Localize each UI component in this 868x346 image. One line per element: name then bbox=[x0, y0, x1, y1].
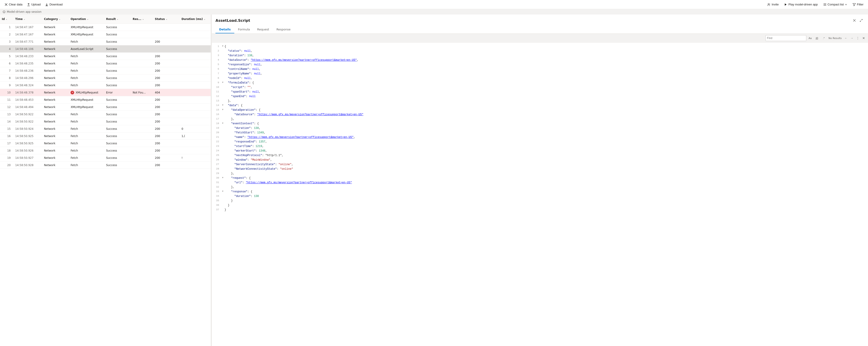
table-row[interactable]: 16 14:58:50.925 Network Fetch Success 20… bbox=[0, 133, 211, 140]
cell-time: 14:58:50.924 bbox=[13, 125, 42, 132]
cell-category: Network bbox=[42, 118, 69, 125]
cell-id: 7 bbox=[0, 67, 13, 74]
line-gutter[interactable]: ▼ bbox=[221, 176, 224, 180]
table-row[interactable]: 17 14:58:50.925 Network Fetch Success 20… bbox=[0, 140, 211, 147]
find-menu-button[interactable]: ⋮ bbox=[855, 36, 860, 40]
table-row[interactable]: 7 14:58:48.236 Network Fetch Success 200 bbox=[0, 67, 211, 75]
table-row[interactable]: 20 14:58:50.928 Network Fetch Success 20… bbox=[0, 162, 211, 169]
line-number: 6 bbox=[214, 67, 221, 71]
table-row[interactable]: 8 14:58:48.296 Network Fetch Success 200 bbox=[0, 75, 211, 82]
cell-category: Network bbox=[42, 67, 69, 74]
cell-time: 14:58:48.235 bbox=[13, 60, 42, 67]
sort-icon-res: ⌄ bbox=[142, 18, 144, 20]
detail-title: AssetLoad.Script bbox=[215, 18, 851, 23]
line-gutter[interactable]: ▼ bbox=[221, 122, 224, 125]
table-row[interactable]: 19 14:58:50.927 Network Fetch Success 20… bbox=[0, 154, 211, 162]
line-gutter[interactable]: ▼ bbox=[221, 190, 224, 193]
line-gutter[interactable]: ▼ bbox=[221, 45, 224, 48]
invite-button[interactable]: Invite bbox=[766, 2, 780, 7]
info-icon bbox=[3, 10, 5, 13]
line-number: 36 bbox=[214, 203, 221, 207]
table-row[interactable]: 5 14:58:48.233 Network Fetch Success 200 bbox=[0, 53, 211, 60]
cell-category: Network bbox=[42, 104, 69, 111]
svg-point-4 bbox=[768, 3, 769, 5]
line-number: 9 bbox=[214, 81, 221, 85]
cell-id: 8 bbox=[0, 75, 13, 82]
json-content: } bbox=[224, 199, 866, 203]
expand-button[interactable] bbox=[858, 17, 864, 24]
tab-request[interactable]: Request bbox=[254, 26, 273, 33]
column-header-status[interactable]: Status ⌄ bbox=[153, 15, 180, 23]
json-content: "fetchStart": 1349, bbox=[224, 131, 866, 135]
table-row[interactable]: 13 14:58:50.922 Network Fetch Success 20… bbox=[0, 111, 211, 118]
tab-formula[interactable]: Formula bbox=[234, 26, 254, 33]
match-case-button[interactable]: Aa bbox=[807, 35, 813, 41]
cell-id: 16 bbox=[0, 133, 13, 140]
expand-icon bbox=[860, 19, 863, 22]
table-row[interactable]: 10 14:58:48.378 Network ✕XMLHttpRequest … bbox=[0, 89, 211, 96]
column-header-category[interactable]: Category ⌄ bbox=[42, 15, 69, 23]
cell-duration bbox=[180, 24, 211, 31]
column-header-duration[interactable]: Duration (ms) ⌄ bbox=[180, 15, 211, 23]
cell-operation: Fetch bbox=[69, 118, 104, 125]
column-header-time[interactable]: Time ⌄ bbox=[13, 15, 42, 23]
json-line: 27 "ServerConnectivityState": "online", bbox=[212, 163, 868, 167]
table-row[interactable]: 12 14:58:48.494 Network XMLHttpRequest S… bbox=[0, 104, 211, 111]
column-header-res[interactable]: Res... ⌄ bbox=[131, 15, 153, 23]
json-viewer[interactable]: 1▼{2 "status": null,3 "duration": 138,4 … bbox=[212, 42, 868, 346]
sort-icon-id: ⌄ bbox=[6, 18, 7, 20]
clear-data-button[interactable]: Clear data bbox=[3, 2, 24, 7]
main-area: Id ⌄ Time ⌄ Category ⌄ Operation ⌄ Resul… bbox=[0, 15, 868, 346]
table-row[interactable]: 14 14:58:50.922 Network Fetch Success 20… bbox=[0, 118, 211, 125]
regex-button[interactable]: .* bbox=[821, 35, 827, 41]
json-content: { bbox=[224, 45, 866, 49]
table-row[interactable]: 4 14:58:48.106 Network AssetLoad.Script … bbox=[0, 46, 211, 53]
line-number: 23 bbox=[214, 144, 221, 148]
table-body[interactable]: 1 14:58:47.167 Network XMLHttpRequest Su… bbox=[0, 24, 211, 346]
line-gutter[interactable]: ▼ bbox=[221, 81, 224, 84]
cell-time: 14:58:50.926 bbox=[13, 147, 42, 154]
find-close-button[interactable]: ✕ bbox=[861, 36, 866, 40]
whole-word-button[interactable]: ab bbox=[814, 35, 820, 41]
cell-id: 1 bbox=[0, 24, 13, 31]
detail-close-button[interactable] bbox=[851, 17, 858, 24]
cell-status: 200 bbox=[153, 140, 180, 147]
line-gutter[interactable]: ▼ bbox=[221, 108, 224, 112]
cell-time: 14:58:47.167 bbox=[13, 31, 42, 38]
cell-res bbox=[131, 38, 153, 45]
json-line: 21 "name": "https://mem.gfx.ms/meversion… bbox=[212, 135, 868, 140]
table-row[interactable]: 18 14:58:50.926 Network Fetch Success 20… bbox=[0, 147, 211, 154]
cell-status: 200 bbox=[153, 118, 180, 125]
filter-button[interactable]: Filter bbox=[851, 2, 865, 7]
play-model-driven-app-button[interactable]: Play model-driven app bbox=[782, 2, 819, 7]
compact-list-button[interactable]: Compact list bbox=[822, 2, 849, 7]
cell-time: 14:58:48.233 bbox=[13, 53, 42, 60]
detail-title-row: AssetLoad.Script bbox=[212, 15, 868, 24]
table-row[interactable]: 6 14:58:48.235 Network Fetch Success 200 bbox=[0, 60, 211, 67]
table-row[interactable]: 11 14:58:48.453 Network XMLHttpRequest S… bbox=[0, 96, 211, 104]
table-row[interactable]: 15 14:58:50.924 Network Fetch Success 20… bbox=[0, 125, 211, 133]
table-row[interactable]: 3 14:58:47.771 Network Fetch Success 200 bbox=[0, 38, 211, 46]
column-header-id[interactable]: Id ⌄ bbox=[0, 15, 13, 23]
cell-operation: Fetch bbox=[69, 67, 104, 74]
json-content: "request": { bbox=[224, 176, 866, 180]
upload-button[interactable]: Upload bbox=[25, 2, 42, 7]
line-gutter[interactable]: ▼ bbox=[221, 104, 224, 107]
find-next-button[interactable]: → bbox=[849, 36, 855, 40]
find-prev-button[interactable]: ← bbox=[843, 36, 848, 40]
table-row[interactable]: 1 14:58:47.167 Network XMLHttpRequest Su… bbox=[0, 24, 211, 31]
download-button[interactable]: Download bbox=[43, 2, 64, 7]
find-status: No Results bbox=[828, 37, 843, 40]
json-line: 23 "startTime": 1219, bbox=[212, 144, 868, 149]
find-input[interactable] bbox=[766, 35, 806, 41]
column-header-operation[interactable]: Operation ⌄ bbox=[69, 15, 104, 23]
table-row[interactable]: 2 14:58:47.167 Network XMLHttpRequest Su… bbox=[0, 31, 211, 38]
cell-time: 14:58:47.167 bbox=[13, 24, 42, 31]
tab-details[interactable]: Details bbox=[215, 26, 234, 33]
cell-category: Network bbox=[42, 24, 69, 31]
line-number: 24 bbox=[214, 149, 221, 153]
tab-response[interactable]: Response bbox=[273, 26, 294, 33]
cell-time: 14:58:50.925 bbox=[13, 133, 42, 140]
column-header-result[interactable]: Result ⌄ bbox=[104, 15, 131, 23]
table-row[interactable]: 9 14:58:48.324 Network Fetch Success 200 bbox=[0, 82, 211, 89]
